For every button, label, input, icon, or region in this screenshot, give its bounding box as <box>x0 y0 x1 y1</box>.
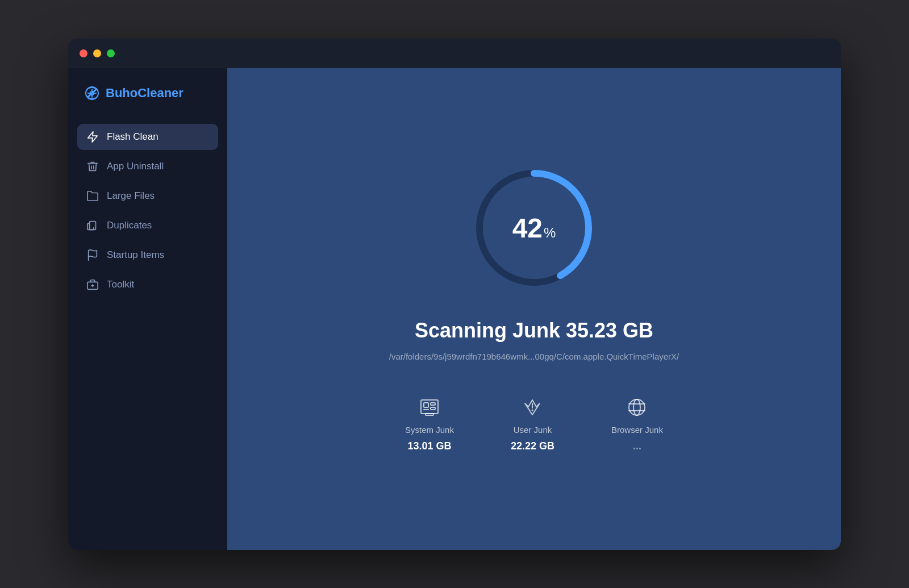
maximize-button[interactable] <box>107 49 115 57</box>
flash-clean-icon <box>86 131 99 143</box>
sidebar-label-startup-items: Startup Items <box>107 249 164 261</box>
close-button[interactable] <box>80 49 87 57</box>
stat-value-user-junk: 22.22 GB <box>511 440 554 452</box>
stat-browser-junk: Browser Junk ... <box>611 395 663 452</box>
browser-junk-icon <box>625 395 649 419</box>
app-window: BuhoCleaner Flash Clean <box>68 39 841 550</box>
sidebar-item-app-uninstall[interactable]: App Uninstall <box>77 153 218 180</box>
sidebar-label-large-files: Large Files <box>107 190 155 202</box>
duplicates-icon <box>86 219 99 232</box>
sidebar-item-toolkit[interactable]: Toolkit <box>77 272 218 298</box>
svg-rect-12 <box>426 414 433 415</box>
sidebar-label-flash-clean: Flash Clean <box>107 131 159 143</box>
progress-symbol: % <box>544 225 556 241</box>
stat-system-junk: System Junk 13.01 GB <box>405 395 454 452</box>
svg-rect-8 <box>424 403 428 407</box>
toolkit-icon <box>86 278 99 291</box>
logo: BuhoCleaner <box>77 85 218 124</box>
stat-user-junk: User Junk 22.22 GB <box>511 395 554 452</box>
logo-icon <box>84 85 100 101</box>
svg-rect-9 <box>431 403 435 405</box>
sidebar-label-app-uninstall: App Uninstall <box>107 161 164 172</box>
svg-point-15 <box>629 399 645 415</box>
sidebar-item-duplicates[interactable]: Duplicates <box>77 212 218 239</box>
progress-text: 42 % <box>512 212 556 244</box>
sidebar: BuhoCleaner Flash Clean <box>68 68 227 550</box>
progress-ring-container: 42 % <box>472 165 597 290</box>
logo-text: BuhoCleaner <box>106 86 184 101</box>
main-content: 42 % Scanning Junk 35.23 GB /var/folders… <box>227 68 841 550</box>
sidebar-label-duplicates: Duplicates <box>107 220 152 231</box>
startup-items-icon <box>86 249 99 261</box>
system-junk-icon <box>418 395 441 419</box>
stat-value-browser-junk: ... <box>633 440 641 452</box>
sidebar-label-toolkit: Toolkit <box>107 279 134 290</box>
scanning-title: Scanning Junk 35.23 GB <box>415 319 653 343</box>
sidebar-item-flash-clean[interactable]: Flash Clean <box>77 124 218 150</box>
stat-value-system-junk: 13.01 GB <box>408 440 452 452</box>
large-files-icon <box>86 190 99 202</box>
scanning-label: Scanning Junk <box>415 319 566 342</box>
minimize-button[interactable] <box>93 49 101 57</box>
stat-label-user-junk: User Junk <box>514 425 552 435</box>
svg-point-14 <box>532 410 533 411</box>
sidebar-item-large-files[interactable]: Large Files <box>77 183 218 209</box>
scanning-size: 35.23 GB <box>566 319 653 342</box>
svg-point-16 <box>633 399 640 415</box>
user-junk-icon <box>520 395 544 419</box>
nav-items: Flash Clean App Uninstall <box>77 124 218 298</box>
sidebar-item-startup-items[interactable]: Startup Items <box>77 242 218 268</box>
app-body: BuhoCleaner Flash Clean <box>68 68 841 550</box>
scanning-path: /var/folders/9s/j59wrdfn719b646wmk...00g… <box>389 352 679 361</box>
app-uninstall-icon <box>86 160 99 173</box>
stats-row: System Junk 13.01 GB User Junk 22.22 GB <box>405 395 663 452</box>
titlebar <box>68 39 841 68</box>
progress-number: 42 <box>512 212 543 244</box>
svg-rect-10 <box>431 407 435 410</box>
stat-label-browser-junk: Browser Junk <box>611 425 663 435</box>
stat-label-system-junk: System Junk <box>405 425 454 435</box>
